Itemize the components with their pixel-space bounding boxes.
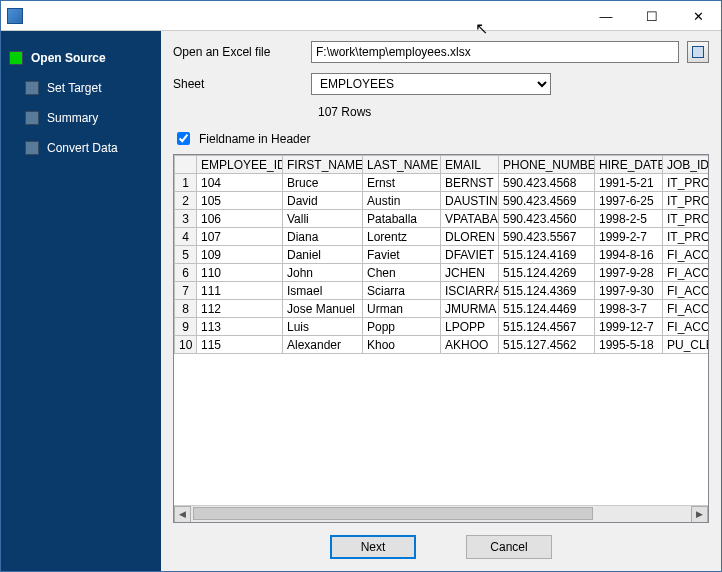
- next-button[interactable]: Next: [330, 535, 416, 559]
- column-header[interactable]: EMPLOYEE_ID: [197, 156, 283, 174]
- wizard-step-3[interactable]: Convert Data: [1, 133, 161, 163]
- grid-cell[interactable]: 590.423.4569: [499, 192, 595, 210]
- grid-cell[interactable]: DLOREN: [441, 228, 499, 246]
- column-header[interactable]: JOB_ID: [663, 156, 709, 174]
- grid-cell[interactable]: JMURMA: [441, 300, 499, 318]
- row-header[interactable]: 7: [175, 282, 197, 300]
- grid-cell[interactable]: 1995-5-18: [595, 336, 663, 354]
- grid-cell[interactable]: FI_ACCO: [663, 300, 709, 318]
- grid-cell[interactable]: 112: [197, 300, 283, 318]
- row-header[interactable]: 9: [175, 318, 197, 336]
- grid-cell[interactable]: Lorentz: [363, 228, 441, 246]
- row-header[interactable]: 6: [175, 264, 197, 282]
- scroll-track[interactable]: [191, 506, 691, 523]
- grid-cell[interactable]: Ismael: [283, 282, 363, 300]
- column-header[interactable]: FIRST_NAME: [283, 156, 363, 174]
- grid-cell[interactable]: Diana: [283, 228, 363, 246]
- scroll-right-arrow-icon[interactable]: ▶: [691, 506, 708, 523]
- fieldname-header-checkbox[interactable]: [177, 132, 190, 145]
- column-header[interactable]: LAST_NAME: [363, 156, 441, 174]
- grid-cell[interactable]: Urman: [363, 300, 441, 318]
- grid-cell[interactable]: AKHOO: [441, 336, 499, 354]
- grid-cell[interactable]: Khoo: [363, 336, 441, 354]
- grid-cell[interactable]: 515.124.4169: [499, 246, 595, 264]
- grid-cell[interactable]: 104: [197, 174, 283, 192]
- column-header[interactable]: EMAIL: [441, 156, 499, 174]
- grid-cell[interactable]: Faviet: [363, 246, 441, 264]
- wizard-step-2[interactable]: Summary: [1, 103, 161, 133]
- grid-cell[interactable]: Ernst: [363, 174, 441, 192]
- row-header[interactable]: 3: [175, 210, 197, 228]
- grid-cell[interactable]: 1999-12-7: [595, 318, 663, 336]
- grid-cell[interactable]: 115: [197, 336, 283, 354]
- grid-cell[interactable]: 515.124.4469: [499, 300, 595, 318]
- grid-cell[interactable]: 106: [197, 210, 283, 228]
- grid-cell[interactable]: IT_PROG: [663, 228, 709, 246]
- column-header[interactable]: HIRE_DATE: [595, 156, 663, 174]
- grid-cell[interactable]: PU_CLEI: [663, 336, 709, 354]
- grid-cell[interactable]: Sciarra: [363, 282, 441, 300]
- grid-cell[interactable]: 107: [197, 228, 283, 246]
- row-header[interactable]: 8: [175, 300, 197, 318]
- column-header[interactable]: PHONE_NUMBER: [499, 156, 595, 174]
- grid-cell[interactable]: DFAVIET: [441, 246, 499, 264]
- grid-cell[interactable]: FI_ACCO: [663, 318, 709, 336]
- grid-cell[interactable]: 515.124.4369: [499, 282, 595, 300]
- table-row[interactable]: 5109DanielFavietDFAVIET515.124.41691994-…: [175, 246, 709, 264]
- grid-cell[interactable]: 1991-5-21: [595, 174, 663, 192]
- grid-cell[interactable]: 590.423.4560: [499, 210, 595, 228]
- grid-cell[interactable]: Alexander: [283, 336, 363, 354]
- grid-corner[interactable]: [175, 156, 197, 174]
- table-row[interactable]: 6110JohnChenJCHEN515.124.42691997-9-28FI…: [175, 264, 709, 282]
- grid-cell[interactable]: 515.127.4562: [499, 336, 595, 354]
- grid-cell[interactable]: 111: [197, 282, 283, 300]
- horizontal-scrollbar[interactable]: ◀ ▶: [174, 505, 708, 522]
- grid-cell[interactable]: BERNST: [441, 174, 499, 192]
- grid-cell[interactable]: 105: [197, 192, 283, 210]
- cancel-button[interactable]: Cancel: [466, 535, 552, 559]
- grid-cell[interactable]: Luis: [283, 318, 363, 336]
- grid-cell[interactable]: Bruce: [283, 174, 363, 192]
- row-header[interactable]: 5: [175, 246, 197, 264]
- grid-cell[interactable]: FI_ACCO: [663, 282, 709, 300]
- grid-cell[interactable]: FI_ACCO: [663, 264, 709, 282]
- table-row[interactable]: 1104BruceErnstBERNST590.423.45681991-5-2…: [175, 174, 709, 192]
- grid-cell[interactable]: 515.124.4567: [499, 318, 595, 336]
- browse-button[interactable]: [687, 41, 709, 63]
- grid-cell[interactable]: IT_PROG: [663, 210, 709, 228]
- grid-cell[interactable]: IT_PROG: [663, 174, 709, 192]
- wizard-step-1[interactable]: Set Target: [1, 73, 161, 103]
- table-row[interactable]: 7111IsmaelSciarraISCIARRA515.124.4369199…: [175, 282, 709, 300]
- grid-cell[interactable]: Chen: [363, 264, 441, 282]
- row-header[interactable]: 2: [175, 192, 197, 210]
- grid-cell[interactable]: LPOPP: [441, 318, 499, 336]
- grid-cell[interactable]: 590.423.5567: [499, 228, 595, 246]
- table-row[interactable]: 2105DavidAustinDAUSTIN590.423.45691997-6…: [175, 192, 709, 210]
- row-header[interactable]: 10: [175, 336, 197, 354]
- table-row[interactable]: 3106ValliPataballaVPATABA590.423.4560199…: [175, 210, 709, 228]
- grid-cell[interactable]: David: [283, 192, 363, 210]
- grid-cell[interactable]: John: [283, 264, 363, 282]
- row-header[interactable]: 4: [175, 228, 197, 246]
- grid-cell[interactable]: FI_ACCO: [663, 246, 709, 264]
- table-row[interactable]: 4107DianaLorentzDLOREN590.423.55671999-2…: [175, 228, 709, 246]
- grid-cell[interactable]: 1997-6-25: [595, 192, 663, 210]
- file-path-input[interactable]: [311, 41, 679, 63]
- grid-cell[interactable]: Pataballa: [363, 210, 441, 228]
- scroll-left-arrow-icon[interactable]: ◀: [174, 506, 191, 523]
- wizard-step-0[interactable]: Open Source: [1, 43, 161, 73]
- grid-cell[interactable]: VPATABA: [441, 210, 499, 228]
- grid-cell[interactable]: Austin: [363, 192, 441, 210]
- grid-cell[interactable]: 109: [197, 246, 283, 264]
- row-header[interactable]: 1: [175, 174, 197, 192]
- close-button[interactable]: ✕: [675, 1, 721, 31]
- grid-cell[interactable]: 1999-2-7: [595, 228, 663, 246]
- grid-cell[interactable]: 1997-9-30: [595, 282, 663, 300]
- grid-cell[interactable]: JCHEN: [441, 264, 499, 282]
- grid-cell[interactable]: 1998-3-7: [595, 300, 663, 318]
- grid-cell[interactable]: ISCIARRA: [441, 282, 499, 300]
- grid-cell[interactable]: 1997-9-28: [595, 264, 663, 282]
- grid-table[interactable]: EMPLOYEE_IDFIRST_NAMELAST_NAMEEMAILPHONE…: [174, 155, 708, 354]
- grid-cell[interactable]: Popp: [363, 318, 441, 336]
- grid-cell[interactable]: DAUSTIN: [441, 192, 499, 210]
